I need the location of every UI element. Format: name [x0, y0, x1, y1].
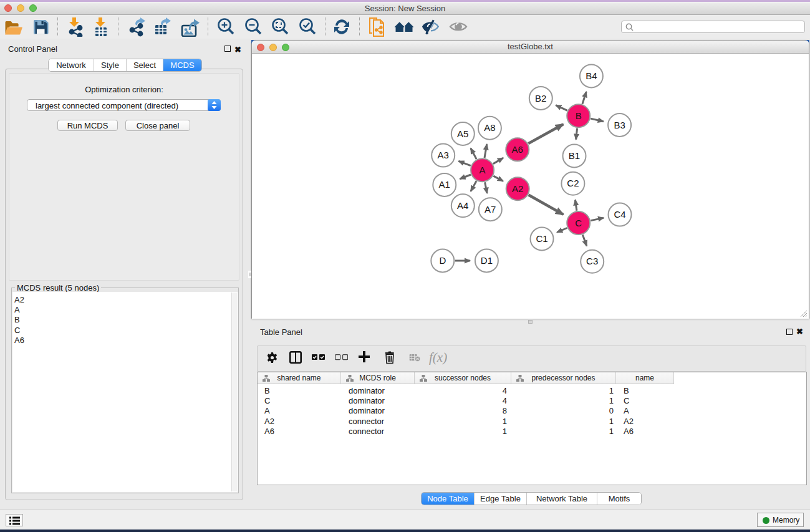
svg-text:A6: A6: [512, 144, 523, 155]
svg-text:A2: A2: [512, 183, 523, 194]
svg-text:B2: B2: [535, 93, 546, 104]
svg-text:C4: C4: [614, 209, 625, 220]
svg-text:C: C: [575, 218, 582, 228]
svg-text:B3: B3: [614, 120, 625, 130]
svg-text:A1: A1: [439, 179, 450, 190]
svg-text:A8: A8: [484, 122, 495, 133]
svg-text:C1: C1: [536, 233, 547, 244]
svg-text:C2: C2: [567, 178, 579, 188]
svg-text:D1: D1: [481, 255, 493, 266]
svg-text:B1: B1: [569, 150, 580, 161]
svg-text:A4: A4: [457, 200, 468, 211]
svg-text:A7: A7: [485, 204, 496, 215]
svg-text:A5: A5: [457, 128, 468, 139]
svg-text:B4: B4: [586, 70, 597, 81]
svg-text:C3: C3: [586, 256, 598, 266]
svg-text:A3: A3: [438, 150, 449, 160]
svg-text:D: D: [439, 255, 446, 266]
svg-text:A: A: [480, 165, 486, 175]
svg-text:B: B: [576, 110, 582, 121]
